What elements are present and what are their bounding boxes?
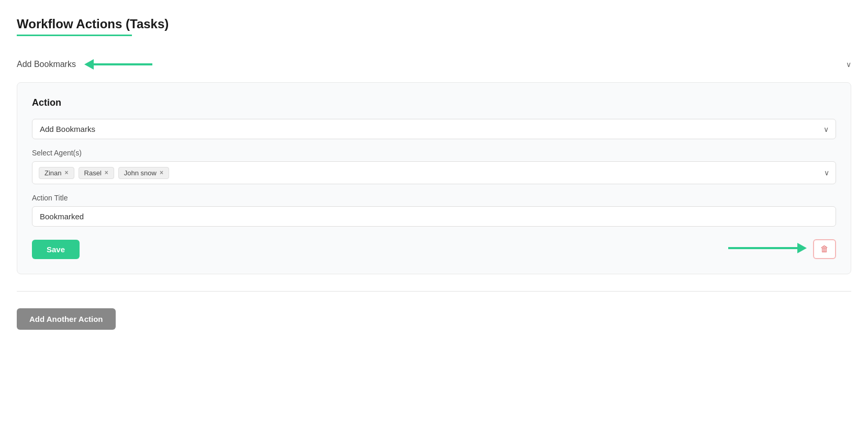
agents-tags-container[interactable]: Zinan × Rasel × John snow × ∨ bbox=[32, 161, 836, 184]
svg-marker-3 bbox=[797, 243, 807, 253]
agents-group: Select Agent(s) Zinan × Rasel × John sno… bbox=[32, 149, 836, 184]
action-title-label: Action Title bbox=[32, 194, 836, 202]
save-button[interactable]: Save bbox=[32, 240, 80, 259]
title-underline bbox=[17, 35, 132, 36]
delete-button[interactable]: 🗑 bbox=[813, 239, 836, 259]
agent-tag-johnsnow[interactable]: John snow × bbox=[118, 167, 169, 179]
section-divider bbox=[17, 291, 851, 292]
trash-icon: 🗑 bbox=[820, 244, 829, 254]
agent-tag-rasel-label: Rasel bbox=[84, 169, 102, 177]
page-title: Workflow Actions (Tasks) bbox=[17, 17, 851, 31]
add-another-action-button[interactable]: Add Another Action bbox=[17, 308, 116, 330]
agents-chevron-icon: ∨ bbox=[824, 169, 829, 177]
action-card: Action Add Bookmarks ∨ Select Agent(s) Z… bbox=[17, 82, 851, 274]
action-select-group: Add Bookmarks ∨ bbox=[32, 119, 836, 139]
section-header-label: Add Bookmarks bbox=[17, 60, 76, 69]
agent-tag-johnsnow-remove[interactable]: × bbox=[160, 169, 163, 176]
action-select-wrapper[interactable]: Add Bookmarks ∨ bbox=[32, 119, 836, 139]
card-footer: Save 🗑 bbox=[32, 239, 836, 259]
agents-label: Select Agent(s) bbox=[32, 149, 836, 157]
action-card-title: Action bbox=[32, 97, 836, 108]
agent-tag-zinan-remove[interactable]: × bbox=[65, 169, 69, 176]
svg-marker-1 bbox=[84, 59, 94, 70]
agent-tag-zinan-label: Zinan bbox=[44, 169, 62, 177]
agent-tag-rasel-remove[interactable]: × bbox=[105, 169, 108, 176]
action-title-group: Action Title bbox=[32, 194, 836, 227]
agent-tag-rasel[interactable]: Rasel × bbox=[79, 167, 114, 179]
action-select[interactable]: Add Bookmarks bbox=[32, 119, 836, 139]
agent-tag-zinan[interactable]: Zinan × bbox=[39, 167, 74, 179]
agent-tag-johnsnow-label: John snow bbox=[124, 169, 157, 177]
action-title-input[interactable] bbox=[32, 206, 836, 227]
section-header[interactable]: Add Bookmarks ∨ bbox=[17, 51, 851, 78]
green-right-arrow-annotation bbox=[728, 240, 807, 259]
section-chevron-icon: ∨ bbox=[846, 60, 851, 69]
footer-right: 🗑 bbox=[728, 239, 836, 259]
green-left-arrow-annotation bbox=[84, 57, 152, 72]
